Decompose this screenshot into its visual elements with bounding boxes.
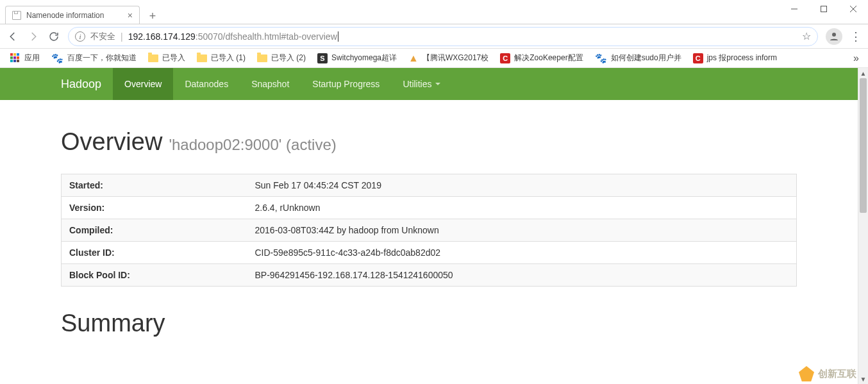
- row-value: BP-964291456-192.168.174.128-15412416000…: [247, 264, 797, 287]
- table-row: Compiled:2016-03-08T03:44Z by hadoop fro…: [62, 219, 797, 242]
- overview-table: Started:Sun Feb 17 04:45:24 CST 2019Vers…: [61, 174, 797, 287]
- page-favicon: [12, 11, 21, 20]
- security-status: 不安全: [90, 31, 115, 42]
- bm-baidu[interactable]: 🐾百度一下，你就知道: [46, 49, 142, 67]
- row-key: Compiled:: [62, 219, 247, 242]
- tab-label: Utilities: [403, 79, 431, 89]
- folder-icon: [197, 54, 207, 62]
- square-c-icon: [693, 53, 703, 63]
- row-value: CID-59e895c5-911c-4c33-a24b-f8dc0ab82d02: [247, 242, 797, 264]
- overview-heading: Overview 'hadoop02:9000' (active): [61, 128, 797, 156]
- row-key: Cluster ID:: [62, 242, 247, 264]
- tab-utilities[interactable]: Utilities: [391, 68, 451, 100]
- bm-sudo[interactable]: 🐾如何创建sudo用户并: [590, 49, 687, 67]
- browser-tab-strip: Namenode information × +: [0, 6, 868, 24]
- baidu-paw-icon: 🐾: [51, 53, 63, 64]
- window-minimize-button[interactable]: [780, 0, 809, 18]
- heading-text: Overview: [61, 128, 162, 156]
- bm-switchyomega[interactable]: Switchyomega超详: [312, 49, 402, 67]
- watermark-text: 创新互联: [818, 368, 856, 380]
- nav-forward-button[interactable]: [27, 30, 40, 43]
- chevron-down-icon: [435, 83, 440, 85]
- svg-rect-1: [821, 6, 827, 12]
- url-text: 192.168.174.129:50070/dfshealth.html#tab…: [128, 31, 797, 42]
- bookmarks-overflow-button[interactable]: »: [849, 53, 863, 64]
- summary-heading: Summary: [61, 310, 797, 337]
- row-key: Started:: [62, 174, 247, 197]
- bm-label: 已导入 (2): [271, 53, 306, 63]
- hadoop-brand[interactable]: Hadoop: [61, 68, 113, 100]
- browser-tab-active[interactable]: Namenode information ×: [5, 6, 140, 24]
- bm-folder-3[interactable]: 已导入 (2): [252, 49, 311, 67]
- bm-folder-2[interactable]: 已导入 (1): [192, 49, 251, 67]
- bm-label: 如何创建sudo用户并: [611, 53, 681, 63]
- triangle-icon: ▲: [408, 53, 419, 64]
- folder-icon: [257, 54, 267, 62]
- row-key: Block Pool ID:: [62, 264, 247, 287]
- nav-reload-button[interactable]: [47, 30, 60, 43]
- bm-label: 已导入 (1): [211, 53, 246, 63]
- bm-jps[interactable]: jps 报process inform: [688, 49, 782, 67]
- bookmarks-bar: 应用 🐾百度一下，你就知道 已导入 已导入 (1) 已导入 (2) Switch…: [0, 49, 868, 68]
- square-c-icon: [500, 53, 510, 63]
- site-info-icon[interactable]: i: [75, 31, 85, 42]
- folder-icon: [148, 54, 158, 62]
- window-maximize-button[interactable]: [809, 0, 839, 18]
- watermark: 创新互联: [799, 366, 856, 381]
- row-value: Sun Feb 17 04:45:24 CST 2019: [247, 174, 797, 197]
- hadoop-navbar: Hadoop Overview Datanodes Snapshot Start…: [0, 68, 858, 100]
- separator: |: [121, 31, 123, 42]
- watermark-logo-icon: [799, 366, 814, 381]
- svg-point-4: [832, 33, 836, 37]
- new-tab-button[interactable]: +: [144, 8, 162, 24]
- heading-subtitle: 'hadoop02:9000' (active): [169, 136, 336, 154]
- tab-datanodes[interactable]: Datanodes: [173, 68, 240, 100]
- scrollbar-thumb[interactable]: [860, 78, 867, 213]
- bm-label: jps 报process inform: [707, 53, 777, 63]
- square-s-icon: [317, 53, 328, 63]
- bm-label: 解决ZooKeeper配置: [514, 53, 583, 63]
- row-value: 2016-03-08T03:44Z by hadoop from Unknown: [247, 219, 797, 242]
- bm-label: 【腾讯WXG2017校: [422, 53, 488, 63]
- browser-toolbar: i 不安全 | 192.168.174.129:50070/dfshealth.…: [0, 24, 868, 49]
- table-row: Started:Sun Feb 17 04:45:24 CST 2019: [62, 174, 797, 197]
- bm-label: Switchyomega超详: [331, 53, 397, 63]
- scroll-up-arrow-icon[interactable]: ▲: [858, 68, 868, 78]
- baidu-paw-icon: 🐾: [595, 53, 607, 64]
- tab-close-icon[interactable]: ×: [128, 10, 133, 21]
- bm-label: 应用: [24, 53, 40, 63]
- apps-shortcut[interactable]: 应用: [5, 49, 45, 67]
- table-row: Version:2.6.4, rUnknown: [62, 197, 797, 219]
- page-content: Hadoop Overview Datanodes Snapshot Start…: [0, 68, 858, 384]
- bm-label: 百度一下，你就知道: [67, 53, 137, 63]
- bm-label: 已导入: [162, 53, 185, 63]
- tab-startup-progress[interactable]: Startup Progress: [301, 68, 391, 100]
- row-key: Version:: [62, 197, 247, 219]
- tab-overview[interactable]: Overview: [113, 68, 173, 100]
- table-row: Block Pool ID:BP-964291456-192.168.174.1…: [62, 264, 797, 287]
- chrome-menu-button[interactable]: ⋮: [850, 29, 862, 44]
- tab-title: Namenode information: [26, 11, 104, 20]
- bm-zookeeper[interactable]: 解决ZooKeeper配置: [495, 49, 588, 67]
- tab-snapshot[interactable]: Snapshot: [240, 68, 301, 100]
- vertical-scrollbar[interactable]: ▲ ▼: [858, 68, 868, 384]
- bm-tencent[interactable]: ▲【腾讯WXG2017校: [403, 49, 494, 67]
- table-row: Cluster ID:CID-59e895c5-911c-4c33-a24b-f…: [62, 242, 797, 264]
- scroll-down-arrow-icon[interactable]: ▼: [858, 374, 868, 384]
- window-close-button[interactable]: [839, 0, 868, 18]
- nav-back-button[interactable]: [6, 30, 19, 43]
- bm-folder-1[interactable]: 已导入: [143, 49, 190, 67]
- row-value: 2.6.4, rUnknown: [247, 197, 797, 219]
- bookmark-star-icon[interactable]: ☆: [802, 30, 811, 42]
- address-bar[interactable]: i 不安全 | 192.168.174.129:50070/dfshealth.…: [68, 27, 818, 46]
- profile-avatar[interactable]: [826, 28, 842, 45]
- apps-grid-icon: [10, 53, 21, 63]
